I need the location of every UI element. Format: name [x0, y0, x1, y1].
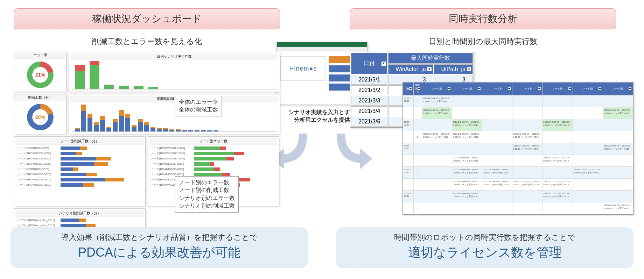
right-conc-main: 適切なライセンス数を管理: [343, 244, 626, 261]
hinemos-logo: Hinem●s: [280, 56, 326, 81]
reduction-panel: 削減工数（分） 20%: [14, 94, 66, 134]
excel-ribbon: [277, 47, 367, 51]
callout2-l1: ノード別のエラー数: [179, 179, 229, 185]
left-header: 稼働状況ダッシュボード: [14, 8, 280, 29]
t1-span-header: 最大同時実行数: [388, 53, 473, 64]
right-header: 同時実行数分析: [350, 8, 616, 29]
daily-exec-title: 日別シナリオ実行件数: [70, 53, 278, 60]
callout-overall: 全体のエラー率 全体の削減工数: [175, 96, 222, 116]
right-conc-sub: 時間帯別のロボットの同時実行数を把握することで: [343, 232, 626, 243]
reduction-value: 20%: [35, 114, 45, 120]
daily-exec-panel: 日別シナリオ実行件数: [69, 52, 280, 92]
callout1-l1: 全体のエラー率: [179, 99, 218, 105]
node-error-title: ノード別エラー数: [149, 138, 278, 145]
error-rate-panel: エラー率 21%: [14, 52, 66, 92]
right-conclusion: 時間帯別のロボットの同時実行数を把握することで 適切なライセンス数を管理: [336, 227, 634, 268]
error-rate-title: エラー率: [14, 52, 66, 59]
left-subtitle: 削減工数とエラー数を見える化: [14, 36, 280, 47]
node-reduction-panel: ノード別削減工数（分） ノード[REDINDOE-0320]ノード[BROWNO…: [14, 136, 146, 206]
error-rate-value: 21%: [35, 72, 45, 78]
reduction-title: 削減工数（分）: [14, 94, 66, 101]
filter-icon: [382, 62, 386, 66]
filter-icon: [427, 67, 432, 71]
period-reduction-title: 期間別削減工数（分）: [70, 96, 278, 102]
time-slot-table: 日付時間帯区分ノード別ノード別ノード別ノード別ノード別ノード別ノード別 00:0…: [402, 82, 634, 215]
left-conc-main: PDCAによる効果改善が可能: [18, 244, 301, 261]
node-reduction-title: ノード別削減工数（分）: [16, 138, 144, 145]
callout1-l2: 全体の削減工数: [179, 107, 218, 113]
excel-caption-l2: 分析用エクセルを提供: [294, 117, 350, 123]
left-conc-sub: 導入効果（削減工数とシナリオ品質）を把握することで: [18, 232, 301, 243]
callout2-l3: シナリオ別のエラー数: [179, 195, 235, 201]
t1-col-uipath: UiPath_ja: [434, 64, 473, 74]
dashboard-composite: エラー率 21% 日別シナリオ実行件数 削減工数（分） 20%: [14, 52, 280, 220]
callout2-l4: シナリオ別の削減工数: [179, 203, 235, 209]
period-reduction-panel: 期間別削減工数（分）: [69, 94, 280, 134]
right-subtitle: 日別と時間別の最大同時実行数: [350, 36, 616, 47]
filter-icon: [467, 67, 471, 71]
left-conclusion: 導入効果（削減工数とシナリオ品質）を把握することで PDCAによる効果改善が可能: [10, 227, 308, 268]
callout2-l2: ノード別の削減工数: [179, 187, 229, 193]
callout-detail: ノード別のエラー数 ノード別の削減工数 シナリオ別のエラー数 シナリオ別の削減工…: [175, 176, 239, 213]
excel-titlebar: [277, 42, 367, 47]
t1-date-col: 日付: [351, 53, 387, 74]
error-rate-donut: 21%: [26, 61, 54, 89]
scenario-reduction-title: シナリオ別削減工数（分）: [16, 210, 144, 217]
excel-caption-l1: シナリオ実績を入力とする: [288, 109, 356, 115]
reduction-donut: 20%: [26, 103, 54, 131]
right-composite: 日付 最大同時実行数 WinActor_ja UiPath_ja 2021/3/…: [350, 52, 623, 220]
t1-col-winactor: WinActor_ja: [388, 64, 433, 74]
